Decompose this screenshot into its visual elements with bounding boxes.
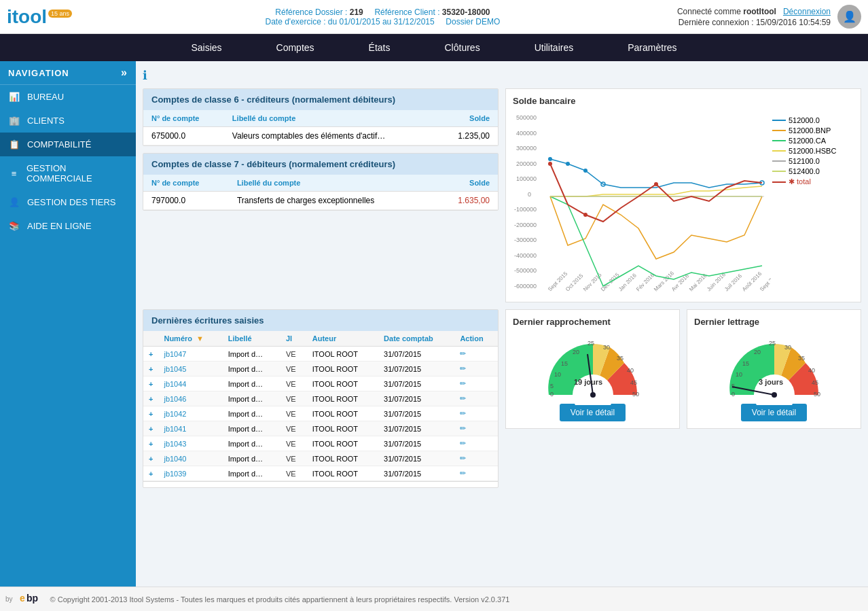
svg-text:35: 35: [798, 355, 805, 362]
sidebar-collapse-icon[interactable]: »: [121, 67, 128, 79]
rapprochement-title: Dernier rapprochement: [513, 317, 672, 327]
expand-btn[interactable]: +: [143, 406, 158, 421]
nav-comptes[interactable]: Comptes: [249, 34, 342, 61]
svg-text:10: 10: [736, 371, 742, 378]
classe6-card: Comptes de classe 6 - créditeurs (normal…: [143, 88, 499, 146]
svg-text:-500000: -500000: [514, 267, 537, 274]
svg-text:20: 20: [573, 349, 579, 355]
svg-text:500000: 500000: [516, 114, 537, 121]
ecritures-title: Dernières écritures saisies: [143, 310, 498, 331]
entry-action[interactable]: ✏: [454, 377, 498, 391]
entry-action[interactable]: ✏: [454, 421, 498, 436]
info-icon[interactable]: ℹ: [143, 68, 861, 83]
table-row: + jb1039 Import d… VE ITOOL ROOT 31/07/2…: [143, 466, 498, 481]
sidebar-item-gestion-commerciale[interactable]: ≡ GESTION COMMERCIALE: [0, 156, 136, 190]
expand-btn[interactable]: +: [143, 377, 158, 391]
lettrage-gauge: 0 5 10 15 20 25 30 35 40 45 50: [713, 330, 835, 398]
entry-libelle: Import d…: [223, 362, 281, 377]
avatar: 👤: [837, 5, 861, 29]
lettrage-voir-detail[interactable]: Voir le détail: [741, 404, 807, 421]
col-libelle[interactable]: Libellé: [223, 331, 281, 347]
svg-text:45: 45: [812, 379, 818, 386]
footer-text: © Copyright 2001-2013 Itool Systems - To…: [50, 595, 510, 604]
svg-text:25: 25: [769, 340, 776, 347]
entry-action[interactable]: ✏: [454, 406, 498, 421]
entry-num: jb1047: [158, 347, 222, 362]
solde-bancaire-title: Solde bancaire: [513, 96, 854, 106]
entry-action[interactable]: ✏: [454, 451, 498, 466]
col-auteur[interactable]: Auteur: [307, 331, 378, 347]
entry-action[interactable]: ✏: [454, 347, 498, 362]
svg-point-28: [583, 169, 587, 173]
svg-text:25: 25: [587, 340, 594, 347]
classe7-card: Comptes de classe 7 - débiteurs (normale…: [143, 153, 499, 211]
sidebar-item-aide-en-ligne[interactable]: 📚 AIDE EN LIGNE: [0, 214, 136, 238]
gestion-tiers-icon: 👤: [8, 197, 20, 207]
expand-btn[interactable]: +: [143, 451, 158, 466]
expand-btn[interactable]: +: [143, 436, 158, 451]
sidebar-item-comptabilite[interactable]: 📋 COMPTABILITÉ: [0, 133, 136, 156]
col-jl[interactable]: Jl: [281, 331, 307, 347]
sidebar-item-label-gestion-commerciale: GESTION COMMERCIALE: [26, 163, 128, 184]
nav-utilitaires[interactable]: Utilitaires: [507, 34, 601, 61]
col-numero[interactable]: Numéro ▼: [158, 331, 222, 347]
aide-icon: 📚: [8, 221, 20, 231]
expand-btn[interactable]: +: [143, 347, 158, 362]
expand-btn[interactable]: +: [143, 362, 158, 377]
legend-label: 512000.HSBC: [789, 147, 836, 155]
classe7-col-solde: Solde: [434, 175, 498, 192]
rapprochement-voir-detail[interactable]: Voir le détail: [560, 404, 626, 421]
entry-num: jb1043: [158, 436, 222, 451]
svg-text:45: 45: [630, 379, 637, 386]
entry-jl: VE: [281, 347, 307, 362]
bureau-icon: 📊: [8, 92, 20, 102]
svg-text:15: 15: [742, 360, 749, 367]
lettrage-title: Dernier lettrage: [694, 317, 854, 327]
classe6-col-num: N° de compte: [143, 110, 224, 127]
connected-user: rootItool: [743, 7, 776, 16]
svg-point-26: [548, 157, 552, 161]
entry-libelle: Import d…: [223, 466, 281, 481]
table-row: + jb1042 Import d… VE ITOOL ROOT 31/07/2…: [143, 406, 498, 421]
nav-parametres[interactable]: Paramètres: [600, 34, 704, 61]
horizontal-scrollbar[interactable]: [143, 481, 498, 487]
entry-action[interactable]: ✏: [454, 391, 498, 406]
sidebar-item-label-clients: CLIENTS: [27, 116, 65, 126]
entry-jl: VE: [281, 391, 307, 406]
entry-action[interactable]: ✏: [454, 466, 498, 481]
sidebar-item-gestion-tiers[interactable]: 👤 GESTION DES TIERS: [0, 190, 136, 214]
app-header: itool 15 ans Référence Dossier : 219 Réf…: [0, 0, 868, 34]
sidebar-item-clients[interactable]: 🏢 CLIENTS: [0, 109, 136, 133]
entry-action[interactable]: ✏: [454, 362, 498, 377]
expand-btn[interactable]: +: [143, 391, 158, 406]
entry-jl: VE: [281, 406, 307, 421]
svg-point-47: [590, 392, 596, 398]
expand-btn[interactable]: +: [143, 421, 158, 436]
sidebar-item-bureau[interactable]: 📊 BUREAU: [0, 85, 136, 109]
svg-text:30: 30: [784, 344, 791, 351]
col-action: Action: [454, 331, 498, 347]
svg-text:0: 0: [731, 391, 735, 398]
expand-btn[interactable]: +: [143, 466, 158, 481]
table-row: + jb1045 Import d… VE ITOOL ROOT 31/07/2…: [143, 362, 498, 377]
nav-etats[interactable]: États: [342, 34, 418, 61]
classe7-col-num: N° de compte: [143, 175, 229, 192]
entry-action[interactable]: ✏: [454, 436, 498, 451]
legend-label: ✱ total: [789, 177, 811, 186]
entry-date: 31/07/2015: [378, 436, 454, 451]
entry-libelle: Import d…: [223, 421, 281, 436]
deconnexion-link[interactable]: Déconnexion: [783, 7, 831, 16]
table-row: + jb1043 Import d… VE ITOOL ROOT 31/07/2…: [143, 436, 498, 451]
svg-text:0: 0: [550, 391, 554, 398]
ref-client-label: Référence Client :: [374, 7, 439, 17]
entry-num: jb1042: [158, 406, 222, 421]
nav-clotures[interactable]: Clôtures: [418, 34, 507, 61]
col-date[interactable]: Date comptab: [378, 331, 454, 347]
legend-item-total: ✱ total: [772, 177, 854, 186]
nav-saisies[interactable]: Saisies: [164, 34, 249, 61]
entry-auteur: ITOOL ROOT: [307, 347, 378, 362]
gauge-svg-rapprochement: 0 5 10 15 20 25 30 35 40 45 50: [532, 330, 654, 405]
classe7-col-libelle: Libellé du compte: [229, 175, 434, 192]
entry-date: 31/07/2015: [378, 347, 454, 362]
classe6-col-solde: Solde: [437, 110, 498, 127]
